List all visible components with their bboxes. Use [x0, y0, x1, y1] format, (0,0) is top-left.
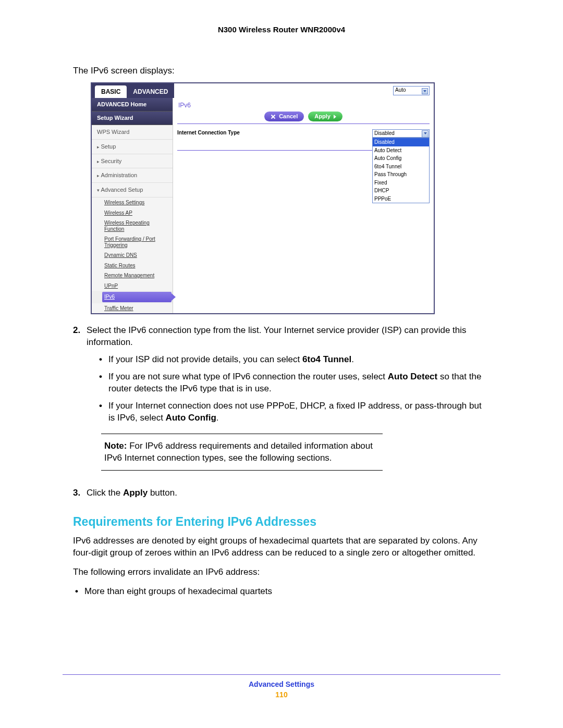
divider [177, 124, 430, 124]
sidebar-adv-home[interactable]: ADVANCED Home [92, 98, 173, 112]
para-2: The following errors invalidate an IPv6 … [73, 566, 490, 578]
dd-opt-dhcp[interactable]: DHCP [373, 187, 429, 195]
conn-type-select[interactable]: Disabled [372, 129, 430, 138]
sub-upnp[interactable]: UPnP [92, 281, 173, 291]
pane-title: IPv6 [177, 100, 430, 112]
dd-opt-pppoe[interactable]: PPPoE [373, 195, 429, 203]
sub-wireless-ap[interactable]: Wireless AP [92, 208, 173, 218]
doc-header: N300 Wireless Router WNR2000v4 [0, 25, 563, 34]
sidebar-setup-wizard[interactable]: Setup Wizard [92, 112, 173, 125]
tab-advanced[interactable]: ADVANCED [127, 85, 174, 98]
bullet-6to4: If your ISP did not provide details, you… [99, 354, 490, 366]
sidebar-advanced-setup[interactable]: Advanced Setup [92, 183, 173, 198]
close-icon [271, 114, 276, 119]
note-label: Note: [104, 441, 127, 451]
bullet-autodetect: If you are not sure what type of IPv6 co… [99, 371, 490, 395]
intro-text: The IPv6 screen displays: [73, 65, 490, 77]
section-heading: Requirements for Entering IPv6 Addresses [73, 514, 490, 530]
sub-traffic-meter[interactable]: Traffic Meter [92, 303, 173, 314]
sidebar-wps-wizard[interactable]: WPS Wizard [92, 125, 173, 140]
auto-select[interactable]: Auto [393, 86, 430, 95]
sub-dynamic-dns[interactable]: Dynamic DNS [92, 250, 173, 261]
sub-wireless-repeating[interactable]: Wireless Repeating Function [92, 218, 173, 234]
note-text: For IPv6 address requirements and detail… [104, 441, 373, 463]
dd-opt-autoconfig[interactable]: Auto Config [373, 154, 429, 163]
tab-basic[interactable]: BASIC [95, 85, 127, 98]
dd-opt-passthrough[interactable]: Pass Through [373, 170, 429, 179]
error-bullet-1: More than eight groups of hexadecimal qu… [75, 586, 490, 598]
step-3: 3. Click the Apply button. [73, 487, 490, 499]
footer-rule [63, 674, 500, 675]
para-1: IPv6 addresses are denoted by eight grou… [73, 535, 490, 559]
footer-section: Advanced Settings [0, 680, 563, 688]
sidebar: ADVANCED Home Setup Wizard WPS Wizard Se… [92, 98, 173, 313]
sub-wireless-settings[interactable]: Wireless Settings [92, 198, 173, 208]
dd-opt-6to4[interactable]: 6to4 Tunnel [373, 163, 429, 171]
step-2: 2. Select the IPv6 connection type from … [73, 325, 490, 475]
play-icon [334, 115, 336, 119]
step-2-text: Select the IPv6 connection type from the… [87, 325, 467, 347]
dd-opt-disabled[interactable]: Disabled [373, 138, 429, 146]
sub-remote-mgmt[interactable]: Remote Management [92, 270, 173, 281]
cancel-label: Cancel [279, 113, 298, 120]
step-3-num: 3. [73, 487, 87, 499]
bullet-autoconfig: If your Internet connection does not use… [99, 400, 490, 424]
apply-button[interactable]: Apply [308, 112, 342, 121]
conn-type-dropdown[interactable]: Disabled Auto Detect Auto Config 6to4 Tu… [372, 138, 430, 203]
cancel-button[interactable]: Cancel [264, 112, 304, 121]
sub-ipv6[interactable]: IPv6 [102, 292, 172, 302]
footer-page-number: 110 [0, 690, 563, 699]
sidebar-administration[interactable]: Administration [92, 168, 173, 183]
conn-type-label: Internet Connection Type [177, 129, 240, 137]
sidebar-security[interactable]: Security [92, 154, 173, 169]
router-screenshot: BASIC ADVANCED Auto ADVANCED Home Setup … [91, 82, 435, 314]
sub-port-forwarding[interactable]: Port Forwarding / Port Triggering [92, 234, 173, 250]
sidebar-setup[interactable]: Setup [92, 140, 173, 154]
step-2-num: 2. [73, 325, 87, 475]
sub-static-routes[interactable]: Static Routes [92, 261, 173, 271]
dd-opt-autodetect[interactable]: Auto Detect [373, 146, 429, 155]
dd-opt-fixed[interactable]: Fixed [373, 179, 429, 187]
note-box: Note: For IPv6 address requirements and … [101, 434, 383, 471]
apply-label: Apply [314, 113, 331, 120]
